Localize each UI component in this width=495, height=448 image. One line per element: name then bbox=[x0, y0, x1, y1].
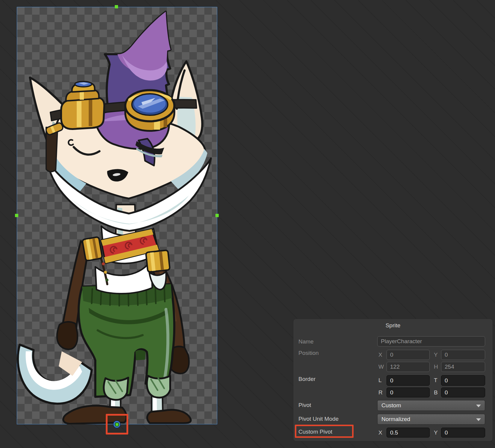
pivot-unit-mode-dropdown[interactable]: Normalized bbox=[377, 414, 485, 425]
position-y-input[interactable] bbox=[441, 350, 485, 360]
fox-tail bbox=[18, 345, 92, 404]
border-l-prefix: L bbox=[378, 376, 385, 384]
custom-pivot-y-input[interactable] bbox=[441, 428, 485, 438]
border-t-prefix: T bbox=[434, 376, 440, 384]
custom-pivot-label-highlight-box bbox=[295, 425, 354, 438]
pivot-highlight-box bbox=[106, 414, 128, 435]
dropdown-arrow-icon bbox=[476, 418, 481, 421]
position-h-input[interactable] bbox=[441, 362, 485, 372]
border-label: Border bbox=[298, 375, 316, 383]
pivot-unit-mode-dropdown-value: Normalized bbox=[381, 416, 410, 422]
panel-title: Sprite bbox=[293, 322, 493, 329]
position-y-prefix: Y bbox=[434, 351, 440, 359]
fox-pants bbox=[79, 284, 174, 400]
player-character-artwork bbox=[17, 7, 217, 424]
custom-pivot-x-input[interactable] bbox=[387, 428, 430, 438]
dropdown-arrow-icon bbox=[476, 405, 481, 407]
border-t-input[interactable] bbox=[441, 375, 485, 386]
position-w-prefix: W bbox=[378, 363, 385, 371]
custom-pivot-y-prefix: Y bbox=[434, 429, 440, 437]
position-x-input[interactable] bbox=[387, 350, 430, 360]
border-r-prefix: R bbox=[378, 389, 385, 396]
selection-handle-left[interactable] bbox=[15, 214, 18, 217]
border-r-input[interactable] bbox=[387, 388, 430, 397]
sprite-editor-window: Sprite Name Position X Y W H Border L T … bbox=[0, 0, 495, 448]
position-w-input[interactable] bbox=[387, 362, 430, 372]
pivot-dropdown-value: Custom bbox=[381, 402, 401, 408]
sprite-inspector-panel: Sprite Name Position X Y W H Border L T … bbox=[293, 319, 493, 441]
position-label: Position bbox=[298, 349, 319, 357]
border-b-prefix: B bbox=[434, 389, 440, 396]
position-h-prefix: H bbox=[434, 363, 440, 371]
selection-handle-top[interactable] bbox=[115, 5, 118, 8]
name-label: Name bbox=[298, 338, 314, 346]
custom-pivot-x-prefix: X bbox=[378, 429, 385, 437]
pivot-dropdown[interactable]: Custom bbox=[377, 400, 485, 411]
position-x-prefix: X bbox=[378, 351, 385, 359]
border-b-input[interactable] bbox=[441, 388, 485, 397]
pivot-unit-mode-label: Pivot Unit Mode bbox=[298, 415, 339, 423]
selection-handle-right[interactable] bbox=[215, 214, 219, 217]
border-l-input[interactable] bbox=[387, 375, 430, 386]
name-input[interactable] bbox=[377, 336, 485, 346]
pivot-label: Pivot bbox=[298, 401, 311, 409]
